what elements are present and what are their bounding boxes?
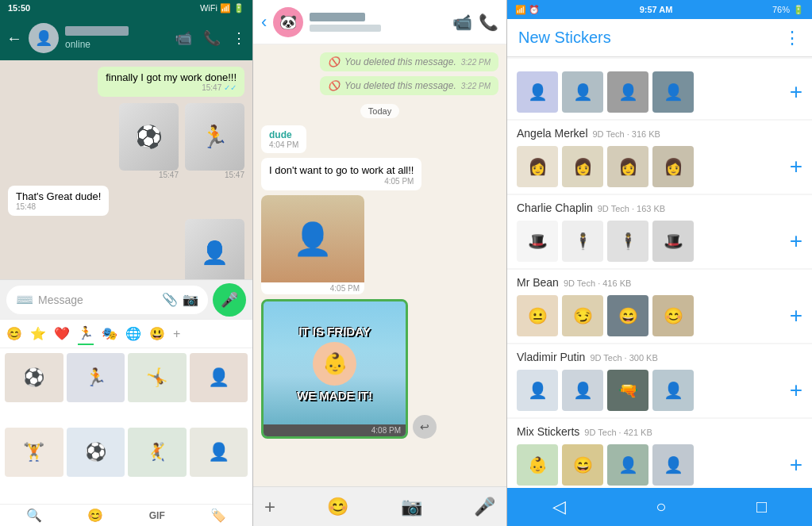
kim-sticker-4[interactable]: 👤: [652, 71, 694, 113]
p3-signal: 🔋: [793, 5, 804, 15]
art-tab[interactable]: 🎭: [102, 326, 117, 344]
p2-mic-icon[interactable]: 🎤: [474, 497, 495, 517]
p2-camera-icon[interactable]: 📷: [401, 497, 422, 517]
p2-avatar: 🐼: [273, 7, 303, 37]
mic-button[interactable]: 🎤: [213, 283, 246, 317]
kim-sticker-3[interactable]: 👤: [607, 71, 648, 113]
picker-sticker-2[interactable]: 🏃: [67, 353, 125, 402]
camera-icon[interactable]: 📷: [183, 292, 198, 307]
mix-s3[interactable]: 👤: [607, 444, 648, 486]
putin-s2[interactable]: 👤: [562, 370, 603, 411]
meme-kid-face: 👶: [313, 342, 356, 386]
pack-mrbean: Mr Bean 9D Tech · 416 KB 😐 😏 😄 😊 +: [507, 270, 812, 343]
message-placeholder[interactable]: Message: [38, 294, 157, 306]
msg-text-1: finnally I got my work done!!!: [106, 71, 237, 83]
picker-sticker-4[interactable]: 👤: [190, 353, 248, 402]
p2-msg-text: I don't want to go to work at all!! 4:05…: [261, 158, 421, 190]
merkel-s4[interactable]: 👩: [652, 146, 694, 187]
pack-meta-merkel: 9D Tech · 316 KB: [593, 129, 660, 139]
putin-s4[interactable]: 👤: [652, 370, 694, 411]
p2-video-icon[interactable]: 📹: [452, 13, 472, 32]
putin-add-btn[interactable]: +: [790, 378, 802, 403]
nav-home-icon[interactable]: ○: [656, 497, 666, 517]
mix-s2[interactable]: 😄: [562, 444, 603, 486]
picker-sticker-7[interactable]: 🤾: [128, 428, 187, 477]
globe-tab[interactable]: 🌐: [125, 326, 141, 344]
sticker-bottom-icon[interactable]: 🏷️: [210, 508, 226, 523]
heart-tab[interactable]: ❤️: [54, 326, 70, 344]
back-arrow-icon[interactable]: ←: [6, 29, 22, 48]
keyboard-icon[interactable]: ⌨️: [16, 291, 33, 309]
voice-call-icon[interactable]: 📞: [203, 29, 221, 47]
p3-time: 9:57 AM: [640, 5, 673, 14]
msg-text-2: That's Great dude!: [16, 190, 101, 202]
chaplin-s3[interactable]: 🕴️: [607, 221, 648, 262]
pack-meta-mix: 9D Tech · 421 KB: [584, 428, 652, 437]
bean-s1[interactable]: 😐: [517, 295, 558, 336]
chaplin-s4[interactable]: 🎩: [652, 221, 694, 262]
picker-sticker-5[interactable]: 🏋️: [5, 428, 63, 477]
chaplin-add-btn[interactable]: +: [790, 228, 802, 254]
chaplin-s1[interactable]: 🎩: [517, 221, 558, 262]
sticker-3: 👤: [185, 219, 244, 279]
pack-meta-mrbean: 9D Tech · 416 KB: [564, 278, 631, 288]
p2-trump-image: 👤 4:05 PM: [261, 195, 364, 294]
pack-name-chaplin: Charlie Chaplin: [517, 202, 593, 214]
kim-sticker-1[interactable]: 👤: [517, 71, 558, 113]
emoji-bottom-icon[interactable]: 😊: [87, 508, 103, 523]
panel-whatsapp-sticker: 15:50 WiFi 📶 🔋 ← 👤 online 📹 📞 ⋮ finnally…: [0, 0, 252, 526]
attach-icon[interactable]: 📎: [162, 292, 178, 307]
p2-back-icon[interactable]: ‹: [261, 12, 267, 33]
mix-s4[interactable]: 👤: [652, 444, 694, 486]
bean-s2[interactable]: 😏: [562, 295, 603, 336]
pack-kim: 👤 👤 👤 👤 +: [507, 59, 812, 119]
add-tab[interactable]: +: [173, 327, 180, 344]
bean-add-btn[interactable]: +: [790, 303, 802, 328]
picker-sticker-1[interactable]: ⚽: [5, 353, 63, 402]
video-call-icon[interactable]: 📹: [175, 29, 192, 47]
search-bottom-icon[interactable]: 🔍: [26, 508, 42, 523]
menu-icon[interactable]: ⋮: [232, 29, 246, 47]
p1-time: 15:50: [8, 3, 30, 13]
p1-chat-area: finnally I got my work done!!! 15:47 ✓✓ …: [0, 60, 252, 279]
putin-s1[interactable]: 👤: [517, 370, 558, 411]
pack-name-mix: Mix Stickerts: [517, 425, 579, 438]
p2-bottom-bar: + 😊 📷 🎤: [253, 486, 506, 526]
sticker-tab[interactable]: 🏃: [78, 325, 94, 345]
p3-battery: 76%: [772, 5, 790, 14]
kim-add-btn[interactable]: +: [790, 81, 802, 103]
mix-s1[interactable]: 👶: [517, 444, 558, 486]
pack-name-merkel: Angela Merkel: [517, 127, 588, 140]
bean-s4[interactable]: 😊: [652, 295, 694, 336]
merkel-add-btn[interactable]: +: [790, 154, 802, 179]
p2-add-icon[interactable]: +: [264, 496, 275, 518]
putin-s3[interactable]: 🔫: [607, 370, 648, 411]
nav-back-icon[interactable]: ◁: [552, 497, 566, 517]
p2-call-icon[interactable]: 📞: [479, 13, 498, 32]
pack-meta-putin: 9D Tech · 300 KB: [590, 353, 657, 363]
bean-s3[interactable]: 😄: [607, 295, 648, 336]
p2-msg-dude: dude 4:04 PM: [261, 125, 306, 153]
picker-sticker-3[interactable]: 🤸: [128, 353, 187, 402]
chaplin-s2[interactable]: 🕴️: [562, 221, 603, 262]
picker-sticker-8[interactable]: 👤: [190, 428, 248, 477]
merkel-s3[interactable]: 👩: [607, 146, 648, 187]
p3-more-icon[interactable]: ⋮: [783, 28, 801, 48]
panel-new-stickers: 📶 ⏰ 9:57 AM 76% 🔋 New Stickers ⋮ 👤 👤 👤 👤: [506, 0, 812, 526]
picker-sticker-6[interactable]: ⚽: [67, 428, 125, 477]
pack-meta-chaplin: 9D Tech · 163 KB: [598, 204, 665, 213]
nav-recent-icon[interactable]: □: [756, 497, 767, 517]
kim-sticker-2[interactable]: 👤: [562, 71, 603, 113]
gif-label[interactable]: GIF: [149, 510, 165, 521]
mix-add-btn[interactable]: +: [790, 452, 802, 478]
star-tab[interactable]: ⭐: [30, 326, 46, 344]
pack-name-mrbean: Mr Bean: [517, 276, 559, 289]
contact-avatar: 👤: [29, 23, 59, 53]
p2-sticker-icon[interactable]: 😊: [327, 497, 348, 517]
merkel-s1[interactable]: 👩: [517, 146, 558, 187]
merkel-s2[interactable]: 👩: [562, 146, 603, 187]
recent-tab[interactable]: 😃: [149, 326, 165, 344]
p3-title: New Stickers: [518, 29, 783, 47]
forward-button[interactable]: ↩: [413, 415, 437, 439]
emoji-tab[interactable]: 😊: [6, 326, 22, 344]
